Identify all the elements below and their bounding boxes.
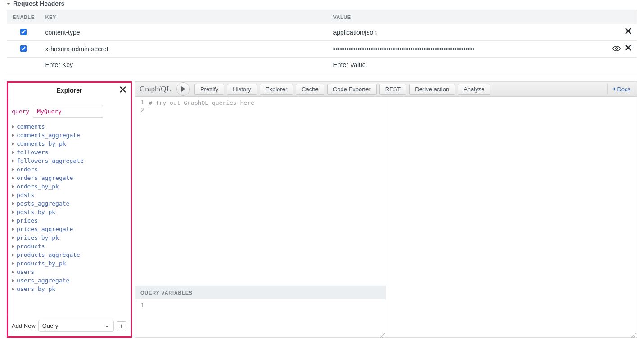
field-name: products_by_pk	[17, 260, 66, 267]
field-name: comments_aggregate	[17, 132, 80, 139]
prettify-button[interactable]: Prettify	[194, 84, 224, 95]
explorer-operation-row: query	[8, 98, 131, 121]
chevron-left-icon	[613, 87, 615, 91]
remove-icon[interactable]	[622, 45, 631, 54]
request-headers-section: Request Headers ENABLE KEY VALUE content…	[0, 0, 644, 72]
explorer-field[interactable]: prices	[12, 216, 127, 225]
triangle-right-icon	[12, 168, 14, 171]
qv-gutter: 1	[135, 299, 146, 337]
explorer-field[interactable]: comments	[12, 122, 127, 131]
explorer-field[interactable]: followers	[12, 148, 127, 156]
header-value[interactable]: application/json	[328, 24, 585, 41]
header-key-placeholder[interactable]: Enter Key	[40, 58, 328, 72]
explorer-field[interactable]: users_aggregate	[12, 276, 127, 285]
add-new-plus-button[interactable]: +	[117, 321, 126, 331]
explorer-field[interactable]: products_by_pk	[12, 259, 127, 268]
triangle-right-icon	[12, 159, 14, 163]
cache-button[interactable]: Cache	[296, 84, 324, 95]
triangle-right-icon	[12, 176, 14, 180]
field-name: products_aggregate	[17, 251, 80, 258]
graphiql-toolbar: GraphiQL Prettify History Explorer Cache…	[135, 82, 637, 97]
query-gutter: 12	[135, 97, 146, 286]
explorer-field[interactable]: prices_aggregate	[12, 225, 127, 233]
header-value[interactable]: ••••••••••••••••••••••••••••••••••••••••…	[328, 41, 585, 58]
chevron-down-icon	[7, 3, 10, 5]
explorer-button[interactable]: Explorer	[260, 84, 293, 95]
explorer-field[interactable]: orders_by_pk	[12, 182, 127, 191]
eye-icon[interactable]	[612, 45, 621, 54]
add-new-select[interactable]: Query	[38, 320, 114, 332]
explorer-field[interactable]: posts_aggregate	[12, 199, 127, 208]
field-name: posts	[17, 192, 34, 198]
explorer-field[interactable]: products	[12, 242, 127, 250]
explorer-field[interactable]: users	[12, 268, 127, 276]
explorer-field[interactable]: products_aggregate	[12, 250, 127, 259]
run-button[interactable]	[176, 82, 190, 96]
request-headers-toggle[interactable]: Request Headers	[7, 0, 637, 10]
triangle-right-icon	[12, 228, 14, 231]
field-name: prices_aggregate	[17, 226, 73, 232]
explorer-field[interactable]: comments_by_pk	[12, 139, 127, 148]
query-variables-header[interactable]: QUERY VARIABLES	[135, 286, 386, 299]
explorer-field[interactable]: prices_by_pk	[12, 233, 127, 242]
header-key[interactable]: x-hasura-admin-secret	[40, 41, 328, 58]
resize-handle-icon[interactable]	[631, 332, 636, 336]
triangle-right-icon	[12, 287, 14, 291]
graphiql-body: 12 # Try out GraphQL queries here QUERY …	[135, 97, 637, 337]
result-pane	[390, 97, 637, 337]
query-editor[interactable]: 12 # Try out GraphQL queries here	[135, 97, 386, 286]
field-name: users	[17, 268, 34, 275]
operation-name-input[interactable]	[33, 105, 103, 118]
triangle-right-icon	[12, 245, 14, 248]
query-text: # Try out GraphQL queries here	[146, 97, 386, 286]
code-exporter-button[interactable]: Code Exporter	[327, 84, 377, 95]
explorer-field[interactable]: posts	[12, 191, 127, 199]
explorer-field[interactable]: orders	[12, 165, 127, 174]
header-key[interactable]: content-type	[40, 24, 328, 41]
triangle-right-icon	[12, 270, 14, 274]
analyze-button[interactable]: Analyze	[458, 84, 490, 95]
explorer-field[interactable]: orders_aggregate	[12, 174, 127, 182]
graphiql-logo: GraphiQL	[140, 85, 171, 94]
explorer-panel: Explorer query commentscomments_aggregat…	[7, 81, 132, 338]
field-name: followers_aggregate	[17, 157, 84, 164]
derive-action-button[interactable]: Derive action	[409, 84, 455, 95]
rest-button[interactable]: REST	[379, 84, 407, 95]
remove-icon[interactable]	[622, 28, 631, 37]
triangle-right-icon	[12, 236, 14, 240]
explorer-field[interactable]: comments_aggregate	[12, 131, 127, 139]
triangle-right-icon	[12, 219, 14, 223]
triangle-right-icon	[12, 151, 14, 154]
header-row: x-hasura-admin-secret•••••••••••••••••••…	[7, 41, 637, 58]
explorer-fields-list: commentscomments_aggregatecomments_by_pk…	[8, 121, 131, 315]
play-icon	[181, 86, 185, 92]
graphiql-container: Explorer query commentscomments_aggregat…	[7, 81, 637, 338]
triangle-right-icon	[12, 202, 14, 206]
field-name: orders	[17, 166, 38, 173]
field-name: users_aggregate	[17, 277, 69, 284]
docs-button[interactable]: Docs	[607, 84, 633, 94]
triangle-right-icon	[12, 253, 14, 257]
header-row: content-typeapplication/json	[7, 24, 637, 41]
explorer-field[interactable]: posts_by_pk	[12, 208, 127, 216]
qv-text	[146, 299, 386, 337]
resize-handle-icon[interactable]	[380, 332, 385, 336]
query-variables-editor[interactable]: 1	[135, 299, 386, 337]
header-value-placeholder[interactable]: Enter Value	[328, 58, 637, 72]
explorer-field[interactable]: followers_aggregate	[12, 156, 127, 165]
header-enable-checkbox[interactable]	[20, 45, 27, 52]
header-enable-checkbox[interactable]	[20, 29, 27, 35]
operation-keyword: query	[12, 108, 29, 115]
field-name: users_by_pk	[17, 286, 55, 292]
close-icon[interactable]	[120, 86, 126, 94]
headers-table: ENABLE KEY VALUE content-typeapplication…	[7, 10, 637, 72]
explorer-footer: Add New Query +	[8, 315, 131, 336]
triangle-right-icon	[12, 125, 14, 129]
explorer-field[interactable]: users_by_pk	[12, 285, 127, 293]
graphiql-main: GraphiQL Prettify History Explorer Cache…	[135, 81, 637, 338]
docs-label: Docs	[617, 86, 630, 93]
field-name: comments_by_pk	[17, 140, 66, 147]
svg-point-0	[616, 48, 618, 50]
history-button[interactable]: History	[227, 84, 257, 95]
col-enable: ENABLE	[7, 10, 40, 24]
